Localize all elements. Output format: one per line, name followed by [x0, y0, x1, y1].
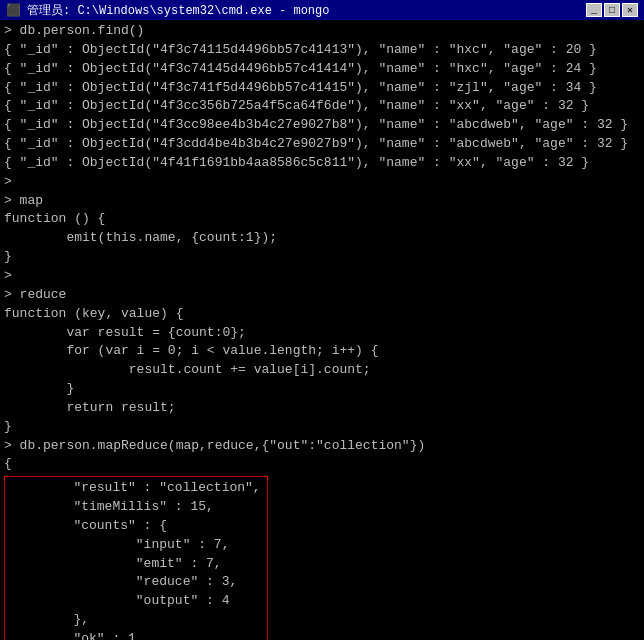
result-box-line: "result" : "collection", — [11, 479, 261, 498]
terminal-line: } — [4, 380, 640, 399]
terminal-line: > db.person.mapReduce(map,reduce,{"out":… — [4, 437, 640, 456]
maximize-button[interactable]: □ — [604, 3, 620, 17]
terminal-output: > db.person.find(){ "_id" : ObjectId("4f… — [0, 20, 644, 640]
result-box: "result" : "collection", "timeMillis" : … — [4, 476, 268, 640]
terminal-line: } — [4, 248, 640, 267]
result-box-line: "emit" : 7, — [11, 555, 261, 574]
terminal-line: { "_id" : ObjectId("4f3c74145d4496bb57c4… — [4, 60, 640, 79]
terminal-line: } — [4, 418, 640, 437]
result-box-line: "output" : 4 — [11, 592, 261, 611]
result-box-line: "ok" : 1, — [11, 630, 261, 640]
terminal-line: { "_id" : ObjectId("4f3c74115d4496bb57c4… — [4, 41, 640, 60]
window-title: 管理员: C:\Windows\system32\cmd.exe - mongo — [27, 2, 329, 19]
terminal-line: for (var i = 0; i < value.length; i++) { — [4, 342, 640, 361]
close-button[interactable]: ✕ — [622, 3, 638, 17]
title-bar-controls: _ □ ✕ — [586, 3, 638, 17]
terminal-line: return result; — [4, 399, 640, 418]
terminal-line: result.count += value[i].count; — [4, 361, 640, 380]
cmd-icon: ⬛ — [6, 3, 21, 18]
result-box-line: "reduce" : 3, — [11, 573, 261, 592]
terminal-line: > map — [4, 192, 640, 211]
minimize-button[interactable]: _ — [586, 3, 602, 17]
result-box-line: "timeMillis" : 15, — [11, 498, 261, 517]
terminal-line: function (key, value) { — [4, 305, 640, 324]
terminal-line: { "_id" : ObjectId("4f3c741f5d4496bb57c4… — [4, 79, 640, 98]
terminal-line: { "_id" : ObjectId("4f3cdd4be4b3b4c27e90… — [4, 135, 640, 154]
result-box-line: }, — [11, 611, 261, 630]
terminal-line: { "_id" : ObjectId("4f3cc356b725a4f5ca64… — [4, 97, 640, 116]
title-bar: ⬛ 管理员: C:\Windows\system32\cmd.exe - mon… — [0, 0, 644, 20]
result-box-line: "counts" : { — [11, 517, 261, 536]
terminal-line: > — [4, 267, 640, 286]
terminal-line: { — [4, 455, 640, 474]
terminal-line: { "_id" : ObjectId("4f3cc98ee4b3b4c27e90… — [4, 116, 640, 135]
terminal-line: emit(this.name, {count:1}); — [4, 229, 640, 248]
terminal-line: > reduce — [4, 286, 640, 305]
terminal-line: function () { — [4, 210, 640, 229]
title-bar-left: ⬛ 管理员: C:\Windows\system32\cmd.exe - mon… — [6, 2, 329, 19]
terminal-line: { "_id" : ObjectId("4f41f1691bb4aa8586c5… — [4, 154, 640, 173]
terminal-line: > db.person.find() — [4, 22, 640, 41]
terminal-line: > — [4, 173, 640, 192]
result-box-line: "input" : 7, — [11, 536, 261, 555]
terminal-line: var result = {count:0}; — [4, 324, 640, 343]
